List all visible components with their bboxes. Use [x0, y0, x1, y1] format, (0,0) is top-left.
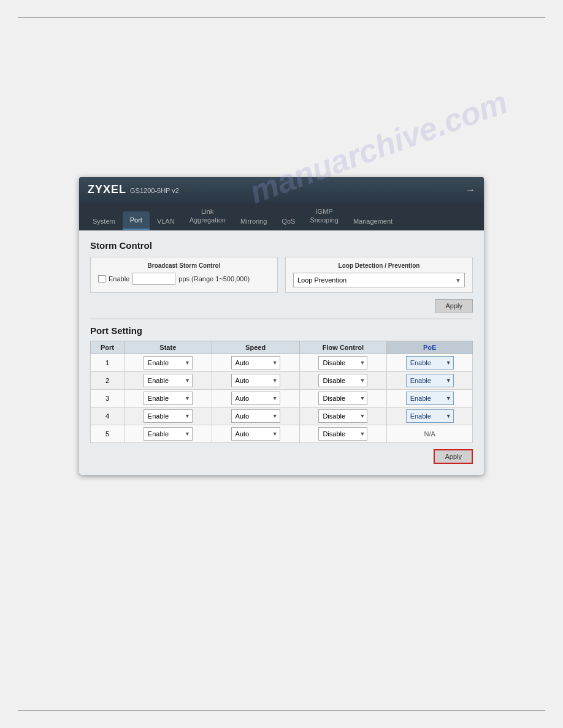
pps-input[interactable]	[132, 273, 175, 285]
col-flow: Flow Control	[299, 341, 387, 354]
top-rule	[18, 17, 545, 18]
loop-select[interactable]: Loop Prevention Loop Detection Disable	[293, 273, 465, 287]
port-number: 3	[91, 389, 124, 407]
port-number: 5	[91, 425, 124, 442]
port-number: 1	[91, 354, 124, 371]
speed-cell: Auto10M Half10M Full100M Half100M Full ▼	[212, 407, 299, 425]
poe-select[interactable]: EnableDisable	[406, 374, 454, 387]
col-port: Port	[91, 341, 124, 354]
poe-cell: EnableDisable ▼	[387, 371, 473, 389]
nav-mirroring[interactable]: Mirroring	[233, 213, 274, 230]
speed-select[interactable]: Auto10M Half10M Full100M Half100M Full	[231, 374, 280, 387]
flow-select-wrapper: DisableEnable ▼	[318, 409, 367, 423]
poe-cell: EnableDisable ▼	[387, 407, 473, 425]
flow-select-wrapper: DisableEnable ▼	[318, 427, 367, 441]
speed-select[interactable]: Auto10M Half10M Full100M Half100M Full	[231, 409, 280, 423]
broadcast-storm-box: Broadcast Storm Control Enable pps (Rang…	[90, 257, 278, 293]
enable-label: Enable	[109, 275, 129, 282]
broadcast-storm-title: Broadcast Storm Control	[98, 262, 270, 269]
state-select[interactable]: EnableDisable	[144, 409, 193, 423]
nav-management[interactable]: Management	[346, 213, 400, 230]
storm-apply-button[interactable]: Apply	[435, 299, 473, 313]
broadcast-storm-content: Enable pps (Range 1~500,000)	[98, 273, 270, 285]
col-poe: PoE	[387, 341, 473, 354]
state-cell: EnableDisable ▼	[124, 389, 212, 407]
table-row: 3 EnableDisable ▼	[91, 389, 473, 407]
flow-select[interactable]: DisableEnable	[318, 427, 367, 441]
speed-select[interactable]: Auto10M Half10M Full100M Half100M Full	[231, 427, 280, 441]
state-select[interactable]: EnableDisable	[144, 427, 193, 441]
speed-cell: Auto10M Half10M Full100M Half100M Full ▼	[212, 389, 299, 407]
speed-cell: Auto10M Half10M Full100M Half100M Full ▼	[212, 371, 299, 389]
device-header: ZYXEL GS1200-5HP v2 →	[79, 177, 484, 202]
page-wrapper: manuarchive.com ZYXEL GS1200-5HP v2 → Sy…	[0, 0, 563, 728]
state-cell: EnableDisable ▼	[124, 425, 212, 442]
poe-select[interactable]: EnableDisable	[406, 392, 454, 405]
port-setting-title: Port Setting	[90, 325, 473, 336]
poe-na-label: N/A	[424, 430, 435, 438]
poe-select-wrapper: EnableDisable ▼	[406, 392, 454, 405]
flow-select[interactable]: DisableEnable	[318, 409, 367, 423]
enable-checkbox[interactable]	[98, 275, 105, 282]
nav-vlan[interactable]: VLAN	[150, 213, 182, 230]
state-cell: EnableDisable ▼	[124, 371, 212, 389]
speed-select[interactable]: Auto10M Half10M Full100M Half100M Full	[231, 392, 280, 405]
state-select-wrapper: EnableDisable ▼	[144, 409, 193, 423]
section-divider	[90, 319, 473, 319]
speed-select-wrapper: Auto10M Half10M Full100M Half100M Full ▼	[231, 392, 280, 405]
flow-select-wrapper: DisableEnable ▼	[318, 374, 367, 387]
storm-control-title: Storm Control	[90, 240, 473, 251]
state-select-wrapper: EnableDisable ▼	[144, 427, 193, 441]
storm-control-container: Broadcast Storm Control Enable pps (Rang…	[90, 257, 473, 293]
poe-cell: EnableDisable ▼	[387, 354, 473, 371]
table-row: 2 EnableDisable ▼	[91, 371, 473, 389]
device-body: Storm Control Broadcast Storm Control En…	[79, 230, 484, 475]
nav-qos[interactable]: QoS	[274, 213, 302, 230]
poe-na-cell: N/A	[387, 425, 473, 442]
table-row: 4 EnableDisable ▼	[91, 407, 473, 425]
port-number: 2	[91, 371, 124, 389]
pps-suffix: pps (Range 1~500,000)	[178, 275, 250, 282]
poe-select[interactable]: EnableDisable	[406, 409, 454, 423]
speed-select-wrapper: Auto10M Half10M Full100M Half100M Full ▼	[231, 356, 280, 370]
storm-apply-row: Apply	[90, 299, 473, 313]
poe-select-wrapper: EnableDisable ▼	[406, 409, 454, 423]
loop-detect-box: Loop Detection / Prevention Loop Prevent…	[285, 257, 473, 293]
port-apply-row: Apply	[90, 449, 473, 464]
nav-link-aggregation[interactable]: LinkAggregation	[182, 202, 233, 230]
speed-select-wrapper: Auto10M Half10M Full100M Half100M Full ▼	[231, 374, 280, 387]
state-select[interactable]: EnableDisable	[144, 374, 193, 387]
state-select-wrapper: EnableDisable ▼	[144, 392, 193, 405]
nav-system[interactable]: System	[85, 213, 123, 230]
flow-select[interactable]: DisableEnable	[318, 392, 367, 405]
table-row: 5 EnableDisable ▼	[91, 425, 473, 442]
col-state: State	[124, 341, 212, 354]
flow-select-wrapper: DisableEnable ▼	[318, 392, 367, 405]
flow-select[interactable]: DisableEnable	[318, 356, 367, 370]
flow-cell: DisableEnable ▼	[299, 354, 387, 371]
state-select[interactable]: EnableDisable	[144, 392, 193, 405]
port-apply-button[interactable]: Apply	[434, 449, 473, 464]
nav-port[interactable]: Port	[123, 211, 150, 230]
bottom-rule	[18, 710, 545, 711]
poe-select[interactable]: EnableDisable	[406, 356, 454, 370]
state-select-wrapper: EnableDisable ▼	[144, 374, 193, 387]
flow-cell: DisableEnable ▼	[299, 371, 387, 389]
table-row: 1 EnableDisable ▼	[91, 354, 473, 371]
poe-select-wrapper: EnableDisable ▼	[406, 374, 454, 387]
speed-select[interactable]: Auto10M Half10M Full100M Half100M Full	[231, 356, 280, 370]
nav-igmp-snooping[interactable]: IGMPSnooping	[302, 202, 346, 230]
poe-select-wrapper: EnableDisable ▼	[406, 356, 454, 370]
state-cell: EnableDisable ▼	[124, 407, 212, 425]
logout-icon[interactable]: →	[465, 184, 475, 195]
flow-select[interactable]: DisableEnable	[318, 374, 367, 387]
col-speed: Speed	[212, 341, 299, 354]
poe-cell: EnableDisable ▼	[387, 389, 473, 407]
state-select-wrapper: EnableDisable ▼	[144, 356, 193, 370]
state-select[interactable]: EnableDisable	[144, 356, 193, 370]
brand-model: GS1200-5HP v2	[130, 187, 179, 194]
speed-cell: Auto10M Half10M Full100M Half100M Full ▼	[212, 425, 299, 442]
device-panel: ZYXEL GS1200-5HP v2 → System Port VLAN L…	[79, 177, 484, 475]
device-nav: System Port VLAN LinkAggregation Mirrori…	[79, 202, 484, 230]
brand-zyxel: ZYXEL	[88, 183, 126, 196]
